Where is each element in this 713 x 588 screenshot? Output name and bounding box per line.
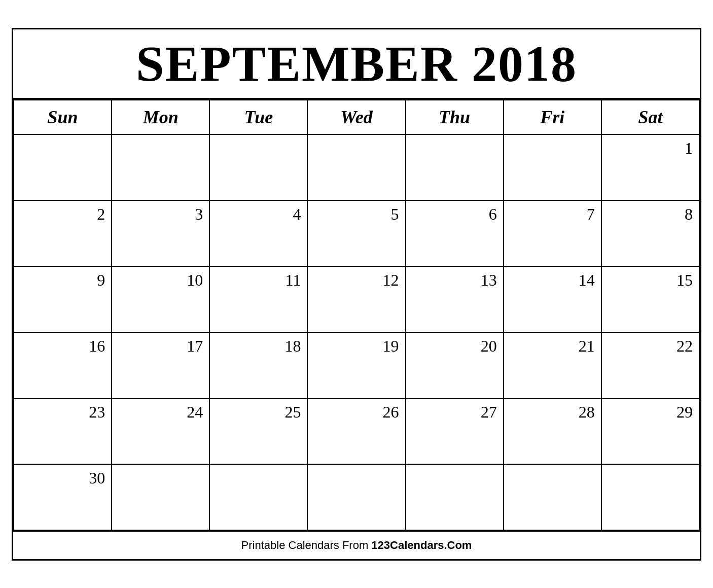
- day-headers-row: Sun Mon Tue Wed Thu Fri Sat: [14, 100, 699, 134]
- calendar-day-cell: [209, 464, 307, 530]
- calendar-day-cell: 10: [112, 266, 209, 332]
- calendar-year-value: 2018: [472, 36, 577, 92]
- calendar-week-row: 1: [14, 134, 699, 200]
- header-tue: Tue: [209, 100, 307, 134]
- calendar-title: SEPTEMBER 2018: [13, 29, 700, 99]
- calendar-day-cell: 24: [112, 398, 209, 464]
- header-wed: Wed: [307, 100, 405, 134]
- calendar-day-cell: [307, 134, 405, 200]
- calendar-day-cell: 4: [209, 200, 307, 266]
- calendar-day-cell: 15: [601, 266, 699, 332]
- footer-text-bold: 123Calendars.Com: [371, 539, 472, 551]
- calendar-week-row: 30: [14, 464, 699, 530]
- footer-text-normal: Printable Calendars From: [241, 539, 372, 551]
- calendar-day-cell: 17: [112, 332, 209, 398]
- header-sun: Sun: [14, 100, 112, 134]
- calendar-grid: Sun Mon Tue Wed Thu Fri Sat 123456789101…: [13, 99, 700, 531]
- calendar-day-cell: [112, 134, 209, 200]
- calendar-day-cell: 13: [406, 266, 504, 332]
- calendar-day-cell: [406, 464, 504, 530]
- calendar-day-cell: [504, 134, 601, 200]
- calendar-container: SEPTEMBER 2018 Sun Mon Tue Wed Thu Fri S…: [12, 28, 701, 561]
- calendar-day-cell: [406, 134, 504, 200]
- calendar-day-cell: 14: [504, 266, 601, 332]
- calendar-day-cell: 8: [601, 200, 699, 266]
- calendar-day-cell: 12: [307, 266, 405, 332]
- calendar-day-cell: [112, 464, 209, 530]
- calendar-day-cell: 28: [504, 398, 601, 464]
- calendar-day-cell: 25: [209, 398, 307, 464]
- calendar-day-cell: [504, 464, 601, 530]
- header-mon: Mon: [112, 100, 209, 134]
- calendar-month: SEPTEMBER: [136, 36, 458, 92]
- calendar-day-cell: 9: [14, 266, 112, 332]
- calendar-day-cell: 20: [406, 332, 504, 398]
- calendar-day-cell: 6: [406, 200, 504, 266]
- footer: Printable Calendars From 123Calendars.Co…: [13, 531, 700, 559]
- calendar-day-cell: [307, 464, 405, 530]
- calendar-day-cell: 18: [209, 332, 307, 398]
- calendar-day-cell: [601, 464, 699, 530]
- calendar-week-row: 23242526272829: [14, 398, 699, 464]
- calendar-day-cell: 29: [601, 398, 699, 464]
- calendar-day-cell: 2: [14, 200, 112, 266]
- header-sat: Sat: [601, 100, 699, 134]
- header-fri: Fri: [504, 100, 601, 134]
- calendar-week-row: 9101112131415: [14, 266, 699, 332]
- calendar-day-cell: 16: [14, 332, 112, 398]
- calendar-day-cell: 5: [307, 200, 405, 266]
- calendar-day-cell: 3: [112, 200, 209, 266]
- calendar-day-cell: 7: [504, 200, 601, 266]
- calendar-day-cell: [209, 134, 307, 200]
- calendar-day-cell: 27: [406, 398, 504, 464]
- calendar-week-row: 16171819202122: [14, 332, 699, 398]
- calendar-day-cell: 1: [601, 134, 699, 200]
- calendar-day-cell: 26: [307, 398, 405, 464]
- calendar-day-cell: 21: [504, 332, 601, 398]
- calendar-day-cell: [14, 134, 112, 200]
- calendar-week-row: 2345678: [14, 200, 699, 266]
- header-thu: Thu: [406, 100, 504, 134]
- calendar-day-cell: 19: [307, 332, 405, 398]
- calendar-day-cell: 30: [14, 464, 112, 530]
- calendar-day-cell: 11: [209, 266, 307, 332]
- calendar-day-cell: 23: [14, 398, 112, 464]
- calendar-day-cell: 22: [601, 332, 699, 398]
